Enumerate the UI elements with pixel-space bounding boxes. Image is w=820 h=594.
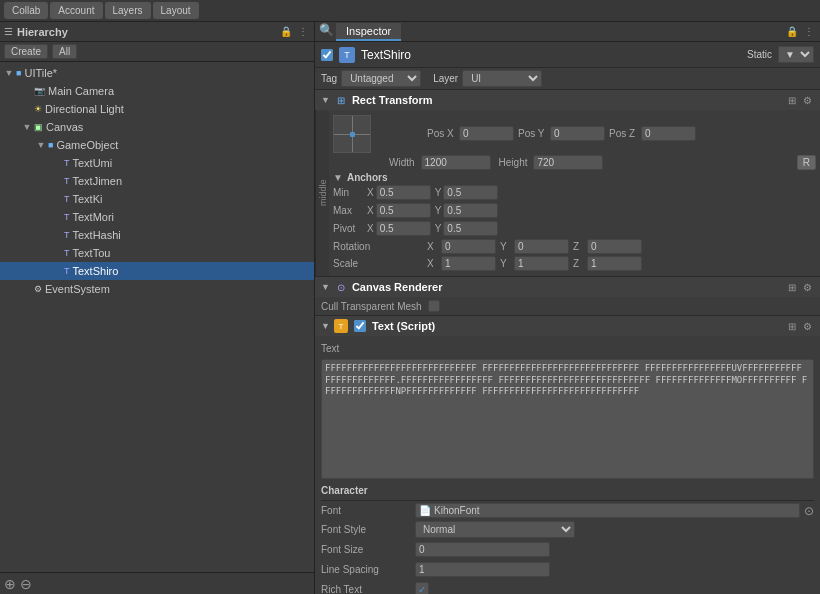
pos-z-label: Pos Z [609, 128, 639, 139]
canvas-renderer-layout-btn[interactable]: ⊞ [786, 282, 798, 293]
anchors-max-y-item: Y [435, 203, 499, 218]
hierarchy-item-textshiro[interactable]: T TextShiro [0, 262, 314, 280]
hierarchy-item-texttou[interactable]: T TextTou [0, 244, 314, 262]
anchors-min-x-input[interactable] [376, 185, 431, 200]
rect-transform-settings-btn[interactable]: ⚙ [801, 95, 814, 106]
hierarchy-item-textjimen[interactable]: T TextJimen [0, 172, 314, 190]
textumi-label: TextUmi [73, 157, 113, 169]
font-size-input[interactable] [415, 542, 550, 557]
line-spacing-input[interactable] [415, 562, 550, 577]
text-script-layout-btn[interactable]: ⊞ [786, 321, 798, 332]
pivot-y-input[interactable] [443, 221, 498, 236]
inspector-options-button[interactable]: ⋮ [802, 26, 816, 37]
texttou-icon: T [64, 248, 70, 258]
text-script-settings-btn[interactable]: ⚙ [801, 321, 814, 332]
pos-x-input[interactable] [459, 126, 514, 141]
font-size-label: Font Size [321, 544, 411, 555]
rot-y-input[interactable] [514, 239, 569, 254]
pos-z-item: Pos Z [609, 126, 696, 141]
rot-z-item: Z [573, 239, 642, 254]
dlight-label: Directional Light [45, 103, 124, 115]
rich-text-checkbox[interactable]: ✓ [415, 582, 429, 594]
tag-select[interactable]: Untagged [341, 70, 421, 87]
layout-button[interactable]: Layout [153, 2, 199, 19]
hierarchy-item-directionallight[interactable]: ☀ Directional Light [0, 100, 314, 118]
font-value-display: 📄 KihonFont [415, 503, 800, 518]
font-file-icon: 📄 [419, 505, 431, 516]
inspector-lock-button[interactable]: 🔒 [784, 26, 800, 37]
hierarchy-item-textki[interactable]: T TextKi [0, 190, 314, 208]
pivot-label: Pivot [333, 223, 361, 234]
pivot-x-input[interactable] [376, 221, 431, 236]
font-style-select[interactable]: Normal [415, 521, 575, 538]
anchors-max-x-label: X [367, 205, 374, 216]
hierarchy-item-textmori[interactable]: T TextMori [0, 208, 314, 226]
font-select-button[interactable]: ⊙ [804, 504, 814, 518]
collab-button[interactable]: Collab [4, 2, 48, 19]
height-input[interactable] [533, 155, 603, 170]
width-input[interactable] [421, 155, 491, 170]
hierarchy-item-texthashi[interactable]: T TextHashi [0, 226, 314, 244]
hierarchy-toolbar: Create All [0, 42, 314, 62]
object-header: T TextShiro Static ▼ [315, 42, 820, 68]
hierarchy-create-button[interactable]: Create [4, 44, 48, 59]
textshiro-icon: T [64, 266, 70, 276]
canvas-label: Canvas [46, 121, 83, 133]
pos-y-input[interactable] [550, 126, 605, 141]
rect-transform-content: middle [315, 110, 820, 276]
textshiro-label: TextShiro [73, 265, 119, 277]
cull-transparent-checkbox[interactable] [428, 300, 440, 312]
hierarchy-add-button[interactable]: ⊕ [4, 576, 16, 592]
object-active-checkbox[interactable] [321, 49, 333, 61]
layers-button[interactable]: Layers [105, 2, 151, 19]
maincamera-icon: 📷 [34, 86, 45, 96]
rect-transform-layout-btn[interactable]: ⊞ [786, 95, 798, 106]
text-script-title: Text (Script) [372, 320, 782, 332]
anchors-max-x-input[interactable] [376, 203, 431, 218]
reset-button[interactable]: R [797, 155, 816, 170]
hierarchy-lock-button[interactable]: 🔒 [278, 26, 294, 37]
anchors-max-y-input[interactable] [443, 203, 498, 218]
scale-x-input[interactable] [441, 256, 496, 271]
scale-y-input[interactable] [514, 256, 569, 271]
hierarchy-all-button[interactable]: All [52, 44, 77, 59]
account-button[interactable]: Account [50, 2, 102, 19]
height-item: Height [499, 155, 604, 170]
anchors-max-label: Max [333, 205, 361, 216]
text-script-active-checkbox[interactable] [354, 320, 366, 332]
scale-z-input[interactable] [587, 256, 642, 271]
hierarchy-item-gameobject[interactable]: ▼ ■ GameObject [0, 136, 314, 154]
hierarchy-header: ☰ Hierarchy 🔒 ⋮ [0, 22, 314, 42]
pos-z-input[interactable] [641, 126, 696, 141]
rect-fields: Pos X Pos Y Pos Z [329, 110, 820, 276]
hierarchy-options-button[interactable]: ⋮ [296, 26, 310, 37]
layer-select[interactable]: UI [462, 70, 542, 87]
hierarchy-subtract-button[interactable]: ⊖ [20, 576, 32, 592]
line-spacing-label: Line Spacing [321, 564, 411, 575]
text-script-header[interactable]: ▼ T Text (Script) ⊞ ⚙ [315, 316, 820, 336]
hierarchy-item-maincamera[interactable]: 📷 Main Camera [0, 82, 314, 100]
rot-x-input[interactable] [441, 239, 496, 254]
anchors-min-y-input[interactable] [443, 185, 498, 200]
inspector-tab[interactable]: Inspector [336, 23, 401, 41]
cull-transparent-label: Cull Transparent Mesh [321, 301, 422, 312]
scale-xyz-group: X Y Z [427, 256, 816, 271]
hierarchy-panel: ☰ Hierarchy 🔒 ⋮ Create All ▼ ■ UITile* 📷… [0, 22, 315, 594]
hierarchy-item-uitile[interactable]: ▼ ■ UITile* [0, 64, 314, 82]
rot-z-input[interactable] [587, 239, 642, 254]
hierarchy-menu-icon: ☰ [4, 26, 13, 37]
character-separator [321, 500, 814, 501]
pivot-x-item: X [367, 221, 431, 236]
canvas-renderer-header[interactable]: ▼ ⊙ Canvas Renderer ⊞ ⚙ [315, 277, 820, 297]
textki-icon: T [64, 194, 70, 204]
static-dropdown[interactable]: ▼ [778, 46, 814, 63]
hierarchy-item-eventsystem[interactable]: ⚙ EventSystem [0, 280, 314, 298]
hierarchy-item-canvas[interactable]: ▼ ▣ Canvas [0, 118, 314, 136]
rotation-xyz-group: X Y Z [427, 239, 816, 254]
text-content-area[interactable]: FFFFFFFFFFFFFFFFFFFFFFFFFFFF FFFFFFFFFFF… [321, 359, 814, 479]
canvas-renderer-settings-btn[interactable]: ⚙ [801, 282, 814, 293]
text-field-row: Text [321, 339, 814, 357]
rect-transform-header[interactable]: ▼ ⊞ Rect Transform ⊞ ⚙ [315, 90, 820, 110]
hierarchy-item-textumi[interactable]: T TextUmi [0, 154, 314, 172]
top-nav-bar: Collab Account Layers Layout [0, 0, 820, 22]
